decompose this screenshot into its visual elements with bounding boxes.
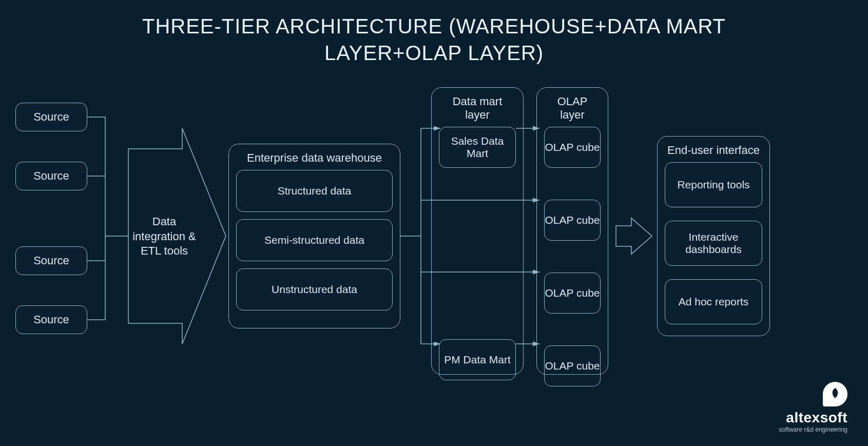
box-label: Ad hoc reports xyxy=(679,296,749,308)
olap-cube-4: OLAP cube xyxy=(544,345,601,386)
source-box-2: Source xyxy=(15,162,87,190)
source-box-4: Source xyxy=(15,305,87,334)
warehouse-item-semi: Semi-structured data xyxy=(236,219,393,261)
box-label: Unstructured data xyxy=(272,283,357,296)
data-mart-sales: Sales Data Mart xyxy=(439,127,516,168)
olap-cube-1: OLAP cube xyxy=(544,127,601,168)
logo-icon xyxy=(823,382,847,406)
end-user-reporting: Reporting tools xyxy=(665,162,762,207)
source-label: Source xyxy=(33,313,69,326)
source-box-1: Source xyxy=(15,103,87,131)
diagram-title: THREE-TIER ARCHITECTURE (WAREHOUSE+DATA … xyxy=(0,0,868,66)
data-mart-pm: PM Data Mart xyxy=(439,339,516,380)
logo-tagline: software r&d engineering xyxy=(779,426,847,433)
box-label: OLAP cube xyxy=(545,141,600,153)
data-mart-container: Data mart layer Sales Data Mart PM Data … xyxy=(431,87,524,375)
warehouse-item-unstructured: Unstructured data xyxy=(236,268,393,311)
box-label: Interactive dashboards xyxy=(665,231,762,256)
source-label: Source xyxy=(33,110,69,124)
source-box-3: Source xyxy=(15,246,87,275)
olap-cube-3: OLAP cube xyxy=(544,273,601,314)
end-user-container: End-user interface Reporting tools Inter… xyxy=(657,136,770,336)
end-user-adhoc: Ad hoc reports xyxy=(665,279,762,324)
warehouse-title: Enterprise data warehouse xyxy=(236,151,393,165)
box-label: Structured data xyxy=(278,185,352,197)
box-label: OLAP cube xyxy=(545,287,600,299)
brand-logo: altexsoft software r&d engineering xyxy=(779,382,847,433)
source-label: Source xyxy=(33,254,69,267)
etl-label: Data integration & ETL tools xyxy=(131,215,198,259)
warehouse-item-structured: Structured data xyxy=(236,170,393,212)
olap-cube-2: OLAP cube xyxy=(544,200,601,241)
warehouse-container: Enterprise data warehouse Structured dat… xyxy=(228,144,400,328)
olap-title: OLAP layer xyxy=(544,95,601,122)
title-line-1: THREE-TIER ARCHITECTURE (WAREHOUSE+DATA … xyxy=(142,15,726,37)
end-user-dashboards: Interactive dashboards xyxy=(665,221,762,266)
box-label: PM Data Mart xyxy=(444,354,511,366)
diagram-canvas: Source Source Source Source Data integra… xyxy=(0,82,868,380)
box-label: OLAP cube xyxy=(545,214,600,226)
box-label: Semi-structured data xyxy=(264,234,364,246)
end-user-title: End-user interface xyxy=(665,144,762,157)
box-label: OLAP cube xyxy=(545,360,600,372)
box-label: Reporting tools xyxy=(677,179,749,191)
logo-name: altexsoft xyxy=(779,410,847,426)
source-label: Source xyxy=(33,169,69,183)
olap-container: OLAP layer OLAP cube OLAP cube OLAP cube… xyxy=(536,87,608,375)
box-label: Sales Data Mart xyxy=(439,135,515,160)
data-mart-title: Data mart layer xyxy=(439,95,516,122)
title-line-2: LAYER+OLAP LAYER) xyxy=(324,42,544,64)
